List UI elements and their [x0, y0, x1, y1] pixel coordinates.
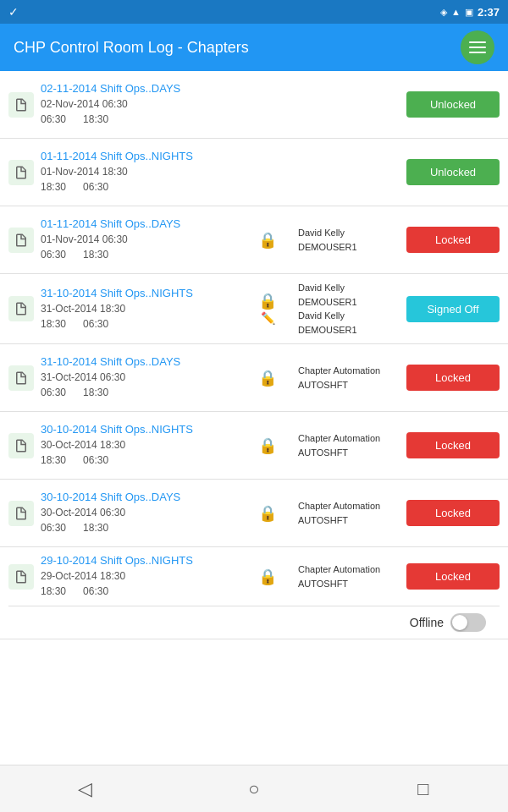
- user-name2: David Kelly: [298, 309, 400, 323]
- row-title: 02-11-2014 Shift Ops..DAYS: [41, 82, 406, 95]
- location-icon: ◈: [440, 7, 447, 18]
- doc-icon: [8, 296, 34, 321]
- table-row[interactable]: 29-10-2014 Shift Ops..NIGHTS 29-Oct-2014…: [0, 547, 508, 639]
- status-badge: Locked: [406, 432, 500, 458]
- row-status: Locked: [406, 500, 500, 526]
- row-content: 01-11-2014 Shift Ops..NIGHTS 01-Nov-2014…: [41, 150, 406, 195]
- lock-area: 🔒 ✏️: [251, 294, 284, 324]
- status-badge: Locked: [406, 563, 500, 590]
- row-content: 31-10-2014 Shift Ops..DAYS 31-Oct-2014 0…: [41, 355, 244, 400]
- back-icon: ◁: [78, 778, 92, 800]
- status-badge: Signed Off: [406, 296, 500, 322]
- row-title: 30-10-2014 Shift Ops..NIGHTS: [41, 423, 244, 436]
- user-id: AUTOSHFT: [298, 378, 400, 392]
- wifi-icon: ▲: [451, 7, 461, 17]
- doc-icon: [8, 228, 34, 253]
- lock-area: 🔒: [251, 569, 284, 584]
- edit-icon: ✏️: [261, 312, 275, 324]
- lock-area: 🔒: [251, 233, 284, 248]
- lock-icon: 🔒: [258, 506, 277, 521]
- offline-toggle-row: Offline: [8, 606, 500, 639]
- back-button[interactable]: ◁: [64, 768, 106, 810]
- user-name: David Kelly: [298, 281, 400, 295]
- document-icon: [14, 506, 29, 521]
- recent-apps-button[interactable]: □: [402, 768, 444, 810]
- row-content: 29-10-2014 Shift Ops..NIGHTS 29-Oct-2014…: [41, 554, 244, 599]
- status-badge: Unlocked: [406, 159, 500, 185]
- document-icon: [14, 97, 29, 112]
- row-status: Unlocked: [406, 91, 500, 118]
- row-title: 30-10-2014 Shift Ops..DAYS: [41, 491, 244, 503]
- row-content: 30-10-2014 Shift Ops..DAYS 30-Oct-2014 0…: [41, 491, 244, 535]
- row-dates: 29-Oct-2014 18:3018:30 06:30: [41, 568, 244, 599]
- table-row[interactable]: 31-10-2014 Shift Ops..NIGHTS 31-Oct-2014…: [0, 274, 508, 344]
- menu-button[interactable]: [461, 30, 494, 64]
- lock-area: 🔒: [251, 438, 284, 453]
- row-status: Locked: [406, 432, 500, 458]
- document-icon: [14, 569, 29, 584]
- user-name: Chapter Automation: [298, 364, 400, 378]
- row-content: 31-10-2014 Shift Ops..NIGHTS 31-Oct-2014…: [41, 287, 244, 332]
- document-icon: [14, 438, 29, 453]
- row-dates: 30-Oct-2014 06:3006:30 18:30: [41, 505, 244, 535]
- user-id: AUTOSHFT: [298, 577, 400, 591]
- doc-icon: [8, 433, 34, 458]
- log-list: 02-11-2014 Shift Ops..DAYS 02-Nov-2014 0…: [0, 71, 508, 765]
- status-badge: Locked: [406, 365, 500, 391]
- user-name: Chapter Automation: [298, 562, 400, 577]
- status-bar-right: ◈ ▲ ▣ 2:37: [440, 6, 500, 19]
- user-info: Chapter Automation AUTOSHFT: [298, 431, 400, 459]
- status-badge: Unlocked: [406, 91, 500, 118]
- row-content: 01-11-2014 Shift Ops..DAYS 01-Nov-2014 0…: [41, 217, 244, 262]
- user-id: DEMOUSER1: [298, 295, 400, 310]
- row-dates: 30-Oct-2014 18:3018:30 06:30: [41, 437, 244, 468]
- user-info: David Kelly DEMOUSER1: [298, 226, 400, 254]
- doc-icon: [8, 501, 34, 526]
- row-title: 01-11-2014 Shift Ops..DAYS: [41, 217, 244, 230]
- row-status: Locked: [406, 365, 500, 391]
- bottom-nav: ◁ ○ □: [0, 765, 508, 812]
- lock-icon: 🔒: [258, 569, 277, 584]
- row-dates: 31-Oct-2014 06:3006:30 18:30: [41, 370, 244, 400]
- doc-icon: [8, 564, 34, 590]
- row-title: 31-10-2014 Shift Ops..NIGHTS: [41, 287, 244, 299]
- home-button[interactable]: ○: [233, 768, 275, 810]
- document-icon: [14, 370, 29, 386]
- document-icon: [14, 301, 29, 316]
- hamburger-icon: [469, 41, 486, 53]
- status-bar: ✓ ◈ ▲ ▣ 2:37: [0, 0, 508, 24]
- user-id: AUTOSHFT: [298, 446, 400, 460]
- signal-icon: ▣: [465, 7, 473, 18]
- offline-label: Offline: [410, 616, 444, 629]
- table-row[interactable]: 30-10-2014 Shift Ops..NIGHTS 30-Oct-2014…: [0, 412, 508, 480]
- row-title: 29-10-2014 Shift Ops..NIGHTS: [41, 554, 244, 567]
- row-dates: 01-Nov-2014 06:3006:30 18:30: [41, 232, 244, 262]
- table-row[interactable]: 30-10-2014 Shift Ops..DAYS 30-Oct-2014 0…: [0, 480, 508, 547]
- doc-icon: [8, 365, 34, 391]
- lock-icon: 🔒: [258, 370, 277, 386]
- table-row[interactable]: 02-11-2014 Shift Ops..DAYS 02-Nov-2014 0…: [0, 71, 508, 139]
- row-status: Locked: [406, 227, 500, 253]
- square-icon: □: [417, 778, 428, 800]
- row-dates: 02-Nov-2014 06:3006:30 18:30: [41, 96, 406, 127]
- document-icon: [14, 233, 29, 248]
- row-title: 01-11-2014 Shift Ops..NIGHTS: [41, 150, 406, 162]
- page-title: CHP Control Room Log - Chapters: [14, 39, 249, 57]
- user-info: Chapter Automation AUTOSHFT: [298, 499, 400, 527]
- offline-toggle[interactable]: [450, 613, 486, 632]
- row-status: Unlocked: [406, 159, 500, 185]
- table-row[interactable]: 01-11-2014 Shift Ops..NIGHTS 01-Nov-2014…: [0, 139, 508, 206]
- user-info: Chapter Automation AUTOSHFT: [298, 562, 400, 590]
- doc-icon: [8, 160, 34, 185]
- document-icon: [14, 165, 29, 180]
- lock-area: 🔒: [251, 506, 284, 521]
- toggle-knob: [452, 615, 467, 630]
- row-dates: 01-Nov-2014 18:3018:30 06:30: [41, 164, 406, 195]
- lock-icon: 🔒: [258, 294, 277, 309]
- table-row[interactable]: 01-11-2014 Shift Ops..DAYS 01-Nov-2014 0…: [0, 206, 508, 274]
- lock-area: 🔒: [251, 370, 284, 386]
- row-status: Locked: [406, 563, 500, 590]
- table-row[interactable]: 31-10-2014 Shift Ops..DAYS 31-Oct-2014 0…: [0, 344, 508, 412]
- status-check-icon: ✓: [8, 5, 19, 19]
- row-content: 02-11-2014 Shift Ops..DAYS 02-Nov-2014 0…: [41, 82, 406, 127]
